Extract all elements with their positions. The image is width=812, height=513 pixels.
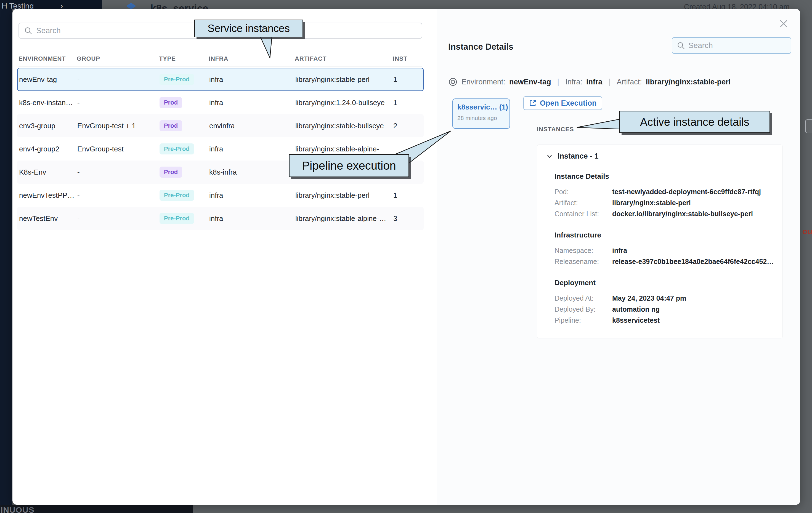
artifact-label: Artifact: <box>617 78 642 86</box>
env-type-badge: Pre-Prod <box>160 74 194 85</box>
table-row-env3-group[interactable]: env3-group EnvGroup-test + 1 Prod envinf… <box>17 114 424 138</box>
cell-artifact: library/nginx:stable-bullseye <box>295 122 393 130</box>
cell-group: - <box>77 191 160 200</box>
separator: | <box>606 77 613 87</box>
pipeline-value: k8sservicetest <box>612 315 782 326</box>
infra-value: infra <box>586 78 603 86</box>
panel-title: Instance Details <box>448 42 513 52</box>
cell-artifact: library/nginx:stable-alpine-… <box>295 214 393 223</box>
cell-infra: infra <box>209 214 295 223</box>
open-execution-label: Open Execution <box>540 99 597 108</box>
instance-card: Instance - 1 Instance Details Pod: test-… <box>537 145 783 338</box>
cell-type: Pre-Prod <box>160 74 209 85</box>
cell-infra: infra <box>209 98 295 107</box>
callout-active-instance-details: Active instance details <box>619 111 770 133</box>
env-type-badge: Pre-Prod <box>160 144 194 154</box>
detail-row-deployment: Deployed At: May 24, 2023 04:47 pm Deplo… <box>554 293 782 326</box>
callout-service-instances: Service instances <box>194 20 303 37</box>
table-header-divider <box>19 66 422 66</box>
button-outline-fragment <box>805 119 812 133</box>
sidebar-left-dimmed <box>0 9 12 505</box>
cell-infra: envinfra <box>209 122 295 130</box>
cell-environment: k8s-env-instan… <box>19 98 77 107</box>
pod-value: test-newlyadded-deployment-6cc9ffdc87-rt… <box>612 186 782 197</box>
cell-infra: infra <box>209 145 295 153</box>
backdrop-right-dimmed: ou <box>800 9 812 505</box>
table-body: newEnv-tag - Pre-Prod infra library/ngin… <box>17 68 424 230</box>
col-group: GROUP <box>77 55 159 62</box>
instance-search-input[interactable]: Search <box>672 37 791 54</box>
app-header-dimmed: H Testing › k8s_service Created Aug 18, … <box>0 0 812 9</box>
cell-artifact: library/nginx:stable-perl <box>295 191 393 200</box>
cell-artifact: library/nginx:1.24.0-bullseye <box>295 98 393 107</box>
cell-group: - <box>77 214 160 223</box>
cell-environment: env4-group2 <box>19 145 77 153</box>
cell-group: - <box>77 75 160 84</box>
cell-inst: 2 <box>393 122 423 130</box>
cell-group: EnvGroup-test <box>77 145 160 153</box>
table-row-newEnvTestPP[interactable]: newEnvTestPP… - Pre-Prod infra library/n… <box>17 184 424 207</box>
env-type-badge: Prod <box>160 97 182 108</box>
col-inst: INST <box>393 55 422 62</box>
section-heading: Deployment <box>554 278 782 287</box>
pod-label: Pod: <box>554 186 612 197</box>
cell-group: - <box>77 98 160 107</box>
cell-inst: 1 <box>393 98 423 107</box>
execution-name: k8sservic… (1) <box>457 103 505 112</box>
search-placeholder: Search <box>688 41 713 50</box>
cell-type: Prod <box>160 167 209 178</box>
table-row-newTestEnv[interactable]: newTestEnv - Pre-Prod infra library/ngin… <box>17 207 424 230</box>
close-icon[interactable] <box>778 18 789 29</box>
environment-label: Environment: <box>462 78 505 86</box>
infra-label: Infra: <box>565 78 582 86</box>
cell-environment: newEnv-tag <box>19 75 77 84</box>
cell-infra: infra <box>209 191 295 200</box>
cell-environment: K8s-Env <box>19 168 77 177</box>
instances-table-pane: Search ENVIRONMENT GROUP TYPE INFRA ARTI… <box>12 9 437 505</box>
table-header-row: ENVIRONMENT GROUP TYPE INFRA ARTIFACT IN… <box>19 55 422 62</box>
namespace-value: infra <box>612 245 782 256</box>
section-heading: Instance Details <box>554 172 782 181</box>
detail-row-pod: Pod: test-newlyadded-deployment-6cc9ffdc… <box>554 186 782 219</box>
callout-pipeline-execution: Pipeline execution <box>289 154 409 177</box>
cell-artifact: library/nginx:stable-alpine- <box>295 145 393 153</box>
namespace-label: Namespace: <box>554 245 612 256</box>
page-title: k8s_service <box>150 3 208 9</box>
pipeline-execution-card[interactable]: k8sservic… (1) 28 minutes ago <box>453 98 510 129</box>
releasename-label: Releasename: <box>554 256 612 267</box>
col-environment: ENVIRONMENT <box>19 55 77 62</box>
backdrop-bottom-dimmed: INUOUS <box>0 505 812 513</box>
env-type-badge: Prod <box>160 120 182 131</box>
search-placeholder: Search <box>36 26 61 35</box>
col-type: TYPE <box>159 55 209 62</box>
col-artifact: ARTIFACT <box>295 55 393 62</box>
container-list-label: Container List: <box>554 208 612 219</box>
cell-environment: env3-group <box>19 122 77 130</box>
external-link-icon <box>529 99 536 107</box>
cell-inst: 1 <box>393 191 423 200</box>
releasename-value: release-e397c0b1bee184a0e2bae64f6fe42cc4… <box>612 256 782 267</box>
table-row-newEnv-tag[interactable]: newEnv-tag - Pre-Prod infra library/ngin… <box>17 68 424 91</box>
deployed-at-label: Deployed At: <box>554 293 612 304</box>
cell-inst: 1 <box>393 75 423 84</box>
open-execution-button[interactable]: Open Execution <box>523 96 602 110</box>
env-type-badge: Pre-Prod <box>160 190 194 201</box>
sidebar-top-fragment: H Testing › <box>0 0 102 9</box>
col-infra: INFRA <box>209 55 295 62</box>
service-instances-modal: Search ENVIRONMENT GROUP TYPE INFRA ARTI… <box>12 9 800 505</box>
cell-type: Prod <box>160 97 209 108</box>
deployment-section: Deployment Deployed At: May 24, 2023 04:… <box>554 278 782 326</box>
cell-inst: 3 <box>393 214 423 223</box>
instances-heading: INSTANCES <box>537 126 574 133</box>
section-heading: Infrastructure <box>554 231 782 239</box>
cell-group: - <box>77 168 160 177</box>
container-list-value: docker.io/library/nginx:stable-bullseye-… <box>612 208 782 219</box>
cell-type: Pre-Prod <box>160 213 209 224</box>
search-icon <box>677 41 685 50</box>
cell-infra: k8s-infra <box>209 168 295 177</box>
instance-title: Instance - 1 <box>557 152 599 160</box>
table-row-k8s-env-instance[interactable]: k8s-env-instan… - Prod infra library/ngi… <box>17 91 424 114</box>
instance-details-pane: Instance Details Search Environment: new… <box>437 9 800 505</box>
instance-accordion-toggle[interactable]: Instance - 1 <box>546 152 782 160</box>
pipeline-label: Pipeline: <box>554 315 612 326</box>
